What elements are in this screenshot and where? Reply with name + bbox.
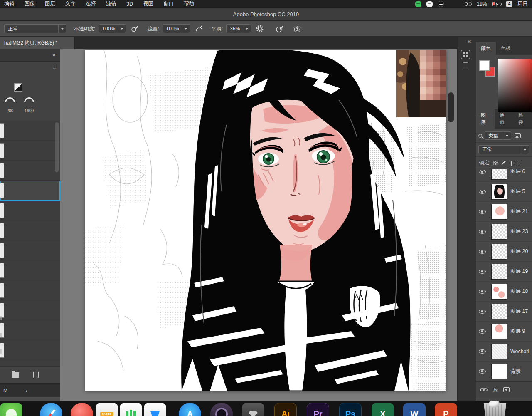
brush-list-item[interactable]: [0, 220, 60, 240]
visibility-toggle[interactable]: [476, 202, 489, 221]
brush-list-item[interactable]: [0, 240, 60, 260]
flow-dropdown[interactable]: 100%: [163, 24, 190, 33]
layer-row[interactable]: WechatI: [476, 342, 532, 362]
canvas-pasteboard[interactable]: [60, 49, 457, 401]
foreground-color-swatch[interactable]: [479, 60, 490, 71]
visibility-toggle[interactable]: [476, 322, 489, 341]
brush-list-item[interactable]: [0, 320, 60, 340]
layer-thumb[interactable]: [491, 344, 507, 359]
menu-item-type[interactable]: 文字: [65, 0, 76, 7]
panel-menu-icon[interactable]: ≡: [53, 63, 57, 70]
layer-thumbnail[interactable]: [491, 224, 507, 240]
document-tab[interactable]: hatIMG2 拷贝, RGB/8) *: [0, 37, 75, 49]
expand-panels-icon[interactable]: «: [468, 38, 471, 45]
layer-thumbnail[interactable]: [491, 264, 507, 280]
lock-transparency-icon[interactable]: [493, 161, 498, 165]
brush-list-item[interactable]: [0, 201, 60, 220]
visibility-toggle[interactable]: [476, 262, 489, 281]
lock-position-icon[interactable]: [509, 161, 514, 166]
visibility-toggle[interactable]: [476, 302, 489, 321]
tab-swatches[interactable]: 色板: [496, 42, 516, 55]
lock-artboard-icon[interactable]: [517, 161, 521, 165]
menu-item-window[interactable]: 窗口: [163, 0, 174, 7]
messages-status-icon[interactable]: [426, 1, 433, 7]
wechat-status-icon[interactable]: [415, 1, 421, 7]
left-panel-scrollbar[interactable]: [55, 122, 59, 172]
menu-item-3d[interactable]: 3D: [126, 1, 133, 7]
brush-list-item-selected[interactable]: [0, 181, 60, 201]
layer-row[interactable]: 图层 5: [476, 182, 532, 202]
layer-effects-button[interactable]: fx: [493, 387, 498, 393]
menu-item-view[interactable]: 视图: [143, 0, 153, 7]
layer-row[interactable]: 图层 23: [476, 222, 532, 242]
dock-icon-safari[interactable]: [40, 403, 62, 416]
new-group-folder-icon[interactable]: [12, 372, 19, 378]
visibility-toggle[interactable]: [476, 362, 489, 381]
brush-preset-200[interactable]: 200: [1, 97, 19, 118]
input-method-icon[interactable]: A: [506, 1, 512, 7]
layer-row[interactable]: 图层 17: [476, 302, 532, 322]
dock-icon-numbers[interactable]: [120, 403, 142, 416]
panel-grid-icon[interactable]: [461, 50, 470, 59]
dock-icon-android[interactable]: [0, 403, 22, 416]
layer-thumbnail[interactable]: [491, 184, 507, 200]
dock-icon-word[interactable]: W: [403, 403, 426, 416]
dock-icon-browser[interactable]: [71, 403, 93, 416]
layer-thumbnail[interactable]: [491, 169, 507, 180]
brush-list-item[interactable]: [0, 161, 60, 181]
add-mask-icon[interactable]: [503, 387, 510, 392]
layer-thumbnail[interactable]: [491, 304, 507, 319]
document-canvas[interactable]: [85, 50, 446, 391]
dock-icon-powerpoint[interactable]: P: [435, 403, 457, 416]
dock-icon-app-store[interactable]: A: [179, 403, 201, 416]
link-layers-icon[interactable]: [480, 387, 488, 392]
brush-list-item[interactable]: [0, 141, 60, 161]
canvas-scrollbar[interactable]: [448, 92, 454, 122]
layer-row[interactable]: 图层 18: [476, 282, 532, 302]
dock-icon-keynote[interactable]: [144, 403, 166, 416]
brush-list-item[interactable]: [0, 340, 60, 360]
dock-icon-excel[interactable]: X: [372, 403, 394, 416]
layer-thumbnail[interactable]: [491, 204, 507, 220]
smoothing-options-gear-icon[interactable]: [254, 23, 265, 34]
layer-thumbnail[interactable]: [491, 244, 507, 260]
layer-row[interactable]: 图层 21: [476, 202, 532, 222]
opacity-dropdown[interactable]: 100%: [99, 24, 126, 33]
dock-icon-pages[interactable]: PAGES: [96, 403, 118, 416]
filter-type-dropdown[interactable]: 类型: [485, 131, 511, 140]
visibility-toggle[interactable]: [476, 282, 489, 301]
panel-mini-icon[interactable]: [463, 62, 468, 68]
layer-row[interactable]: 图层 9: [476, 322, 532, 342]
brush-tip-swatch-icon[interactable]: [14, 83, 22, 92]
layer-row[interactable]: 图层 20: [476, 242, 532, 262]
visibility-toggle[interactable]: [476, 342, 489, 361]
menu-bar-date[interactable]: 周日: [517, 0, 528, 7]
menu-item-select[interactable]: 选择: [86, 0, 96, 7]
brush-list-item[interactable]: [0, 300, 60, 320]
layer-thumbnail[interactable]: [491, 324, 507, 339]
layer-row[interactable]: 图层 6: [476, 169, 532, 182]
menu-item-layer[interactable]: 图层: [45, 0, 55, 7]
collapse-panel-icon[interactable]: «: [52, 51, 56, 58]
layer-row[interactable]: 图层 19: [476, 262, 532, 282]
dock-icon-camera-app[interactable]: [210, 403, 233, 416]
smoothing-dropdown[interactable]: 36%: [226, 24, 251, 33]
lock-pixels-icon[interactable]: [501, 161, 506, 166]
blend-mode-dropdown[interactable]: 正常: [4, 24, 66, 33]
menu-item-help[interactable]: 帮助: [184, 0, 194, 7]
saturation-brightness-field[interactable]: [498, 59, 532, 112]
visibility-toggle[interactable]: [476, 222, 489, 241]
visibility-toggle[interactable]: [476, 182, 489, 201]
layer-blend-mode-dropdown[interactable]: 正常: [478, 145, 529, 154]
eye-status-icon[interactable]: [465, 2, 472, 6]
brush-preset-1600[interactable]: 1600: [20, 97, 38, 118]
layer-thumbnail[interactable]: [491, 284, 507, 300]
dock-icon-photoshop[interactable]: Ps: [339, 403, 362, 416]
dock-icon-premiere[interactable]: Pr: [307, 403, 329, 416]
delete-trash-icon[interactable]: [33, 372, 39, 378]
menu-item-filter[interactable]: 滤镜: [106, 0, 116, 7]
pressure-size-icon[interactable]: [274, 23, 285, 34]
brush-list-item[interactable]: [0, 280, 60, 300]
airbrush-icon[interactable]: [193, 23, 204, 34]
collapsed-tab-label[interactable]: M: [3, 388, 7, 394]
